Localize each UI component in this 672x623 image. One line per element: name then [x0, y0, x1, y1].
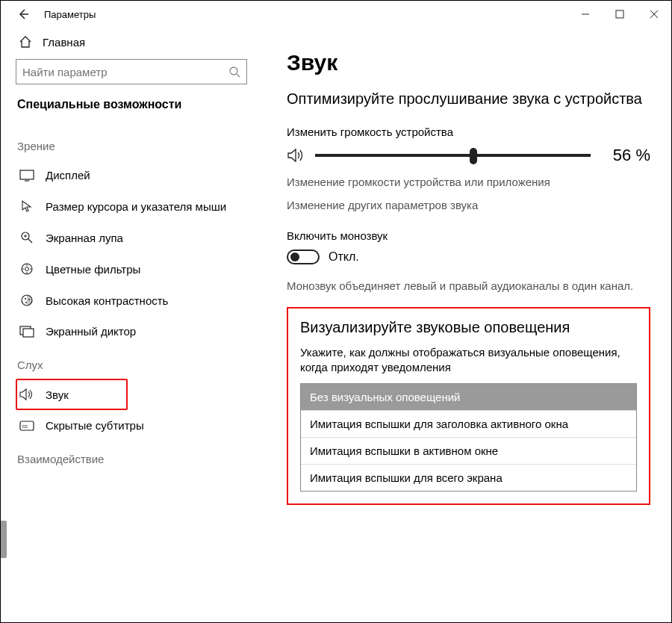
svg-text:cc: cc: [22, 424, 28, 429]
main-panel: Звук Оптимизируйте прослушивание звука с…: [266, 28, 671, 622]
display-icon: [19, 170, 35, 182]
sidebar-item-contrast[interactable]: Высокая контрастность: [16, 285, 266, 316]
svg-rect-4: [20, 170, 34, 179]
search-input-container[interactable]: [16, 59, 247, 84]
cursor-icon: [19, 199, 35, 213]
svg-rect-1: [616, 10, 623, 18]
link-app-volume[interactable]: Изменение громкости устройства или прило…: [287, 176, 650, 188]
svg-point-19: [25, 302, 27, 303]
sidebar-item-display[interactable]: Дисплей: [16, 160, 266, 190]
minimize-button[interactable]: [568, 1, 603, 28]
sidebar-item-label: Размер курсора и указателя мыши: [46, 200, 226, 213]
volume-value: 56 %: [613, 146, 650, 165]
visual-alerts-dropdown[interactable]: Без визуальных оповещений Имитация вспыш…: [300, 383, 637, 492]
mono-toggle[interactable]: [287, 249, 320, 264]
page-lead: Оптимизируйте прослушивание звука с устр…: [287, 89, 650, 109]
mono-toggle-row: Откл.: [287, 249, 650, 264]
titlebar: Параметры: [1, 1, 671, 28]
sidebar-item-label: Высокая контрастность: [46, 294, 168, 307]
search-input[interactable]: [22, 66, 228, 78]
svg-rect-21: [23, 329, 34, 337]
search-icon: [228, 66, 240, 78]
close-icon: [650, 10, 659, 19]
sidebar-item-cursor[interactable]: Размер курсора и указателя мыши: [16, 190, 266, 222]
sidebar-item-label: Цветные фильтры: [46, 263, 140, 276]
page-heading: Звук: [287, 50, 650, 75]
dropdown-option[interactable]: Без визуальных оповещений: [301, 384, 636, 410]
home-nav[interactable]: Главная: [16, 28, 266, 59]
volume-row: 56 %: [287, 146, 650, 165]
close-button[interactable]: [637, 1, 671, 28]
sidebar-item-label: Дисплей: [46, 169, 90, 182]
sidebar-item-colorfilter[interactable]: Цветные фильтры: [16, 253, 266, 285]
svg-line-9: [28, 239, 32, 243]
group-label-interaction: Взаимодействие: [17, 453, 266, 465]
link-other-sound[interactable]: Изменение других параметров звука: [287, 199, 650, 211]
colorfilter-icon: [19, 262, 35, 276]
volume-slider[interactable]: [315, 154, 591, 157]
arrow-left-icon: [17, 8, 29, 20]
scrollbar-thumb[interactable]: [0, 521, 7, 558]
visual-description: Укажите, как должны отображаться визуаль…: [300, 345, 637, 376]
speaker-icon: [287, 147, 305, 164]
sidebar-item-label: Экранная лупа: [46, 232, 123, 244]
volume-slider-thumb[interactable]: [470, 148, 477, 164]
cc-icon: cc: [19, 421, 35, 431]
sidebar-item-captions[interactable]: cc Скрытые субтитры: [16, 410, 266, 441]
home-label: Главная: [43, 36, 85, 49]
group-label-hearing: Слух: [17, 359, 266, 371]
sidebar-item-magnifier[interactable]: Экранная лупа: [16, 222, 266, 253]
mono-label: Включить монозвук: [287, 229, 650, 242]
svg-line-3: [237, 74, 240, 77]
group-label-vision: Зрение: [17, 140, 266, 152]
home-icon: [19, 35, 32, 49]
sidebar-item-label: Экранный диктор: [46, 325, 136, 338]
mono-description: Монозвук объединяет левый и правый аудио…: [287, 278, 650, 294]
minimize-icon: [581, 10, 590, 19]
svg-point-18: [28, 299, 30, 300]
narrator-icon: [19, 326, 35, 338]
sound-icon: [19, 388, 35, 401]
window-title: Параметры: [44, 9, 568, 20]
volume-label: Изменить громкость устройства: [287, 125, 650, 138]
magnifier-icon: [19, 231, 35, 244]
dropdown-option[interactable]: Имитация вспышки в активном окне: [301, 437, 636, 464]
section-title: Специальные возможности: [16, 98, 266, 111]
sidebar: Главная Специальные возможности Зрение Д…: [1, 28, 266, 622]
window-controls: [568, 1, 671, 28]
mono-toggle-state: Откл.: [329, 250, 359, 264]
dropdown-option[interactable]: Имитация вспышки для заголовка активного…: [301, 410, 636, 437]
sidebar-item-narrator[interactable]: Экранный диктор: [16, 316, 266, 347]
dropdown-option[interactable]: Имитация вспышки для всего экрана: [301, 464, 636, 491]
maximize-icon: [615, 10, 624, 19]
svg-point-17: [25, 298, 26, 300]
svg-point-2: [230, 67, 237, 75]
sidebar-item-sound[interactable]: Звук: [16, 379, 128, 410]
maximize-button[interactable]: [603, 1, 637, 28]
back-button[interactable]: [8, 1, 38, 28]
contrast-icon: [19, 294, 35, 307]
visual-heading: Визуализируйте звуковые оповещения: [300, 319, 637, 336]
visual-alerts-section: Визуализируйте звуковые оповещения Укажи…: [287, 307, 650, 505]
svg-point-11: [25, 267, 29, 271]
sidebar-item-label: Скрытые субтитры: [46, 419, 144, 432]
sidebar-item-label: Звук: [46, 388, 69, 401]
